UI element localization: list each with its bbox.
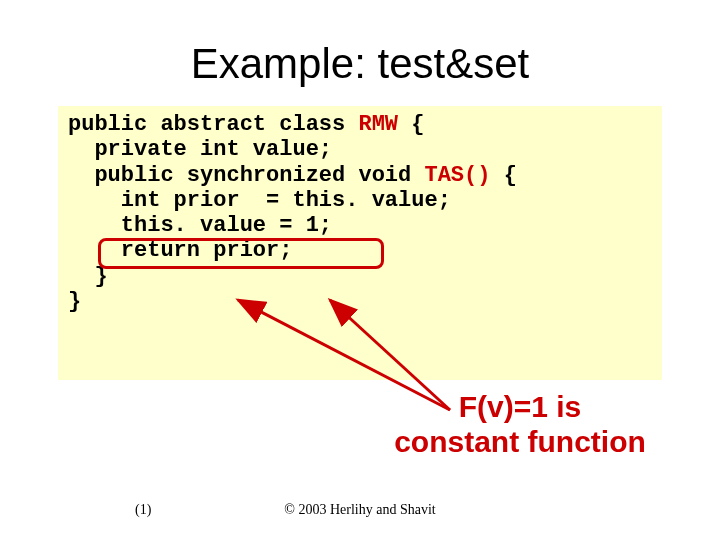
page-number: (1) xyxy=(135,502,151,518)
code-line: } xyxy=(68,264,652,289)
annotation-text: F(v)=1 is constant function xyxy=(390,390,650,459)
code-line: public abstract class RMW { xyxy=(68,112,652,137)
code-keyword-tas: TAS() xyxy=(424,163,490,188)
code-line: public synchronized void TAS() { xyxy=(68,163,652,188)
code-block: public abstract class RMW { private int … xyxy=(58,106,662,380)
annotation-line: constant function xyxy=(390,425,650,460)
code-text: { xyxy=(398,112,424,137)
code-line: return prior; xyxy=(68,238,652,263)
code-text: { xyxy=(490,163,516,188)
code-line: private int value; xyxy=(68,137,652,162)
code-line: this. value = 1; xyxy=(68,213,652,238)
annotation-line: F(v)=1 is xyxy=(390,390,650,425)
code-text: public abstract class xyxy=(68,112,358,137)
code-text: public synchronized void xyxy=(68,163,424,188)
code-line: int prior = this. value; xyxy=(68,188,652,213)
copyright: © 2003 Herlihy and Shavit xyxy=(284,502,435,518)
slide-title: Example: test&set xyxy=(0,40,720,88)
code-keyword-rmw: RMW xyxy=(358,112,398,137)
code-line: } xyxy=(68,289,652,314)
